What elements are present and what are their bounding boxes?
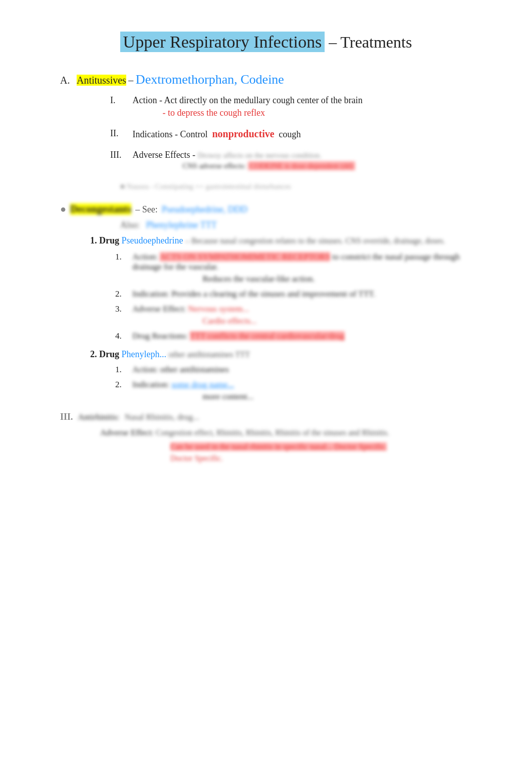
section-c-label: Antirhinitis: [78,412,120,422]
indications-text: Indications - Control [133,129,208,139]
sub-item-3-content: Adverse Effect: Nervous system... Cardio… [132,304,256,326]
sub-item-4-label: Drug Reactions: [132,331,190,341]
adverse-blurred-1: Drowsy affects on the nervous condition. [198,151,322,159]
sub-item-4-red: TTT conflicts the central cardiovascular… [190,331,344,341]
title-highlight: Upper Respiratory Infections [120,32,325,52]
section-a-dash: – [128,75,133,86]
sub2-item-2-label: Indication: [132,380,171,389]
cough-reflex-text: - to depress the cough reflex [163,108,363,118]
adverse-blurred-2: CNS adverse effects: CODEINE is dose-dep… [183,162,355,170]
section-c-header: III. Antirhinitis: Nasal Rhinitis, drug.… [60,412,492,422]
sub2-item-2-indent: more content... [202,392,253,402]
sub2-item-2-num: 2. [115,380,130,390]
roman-ii-label: II. [110,128,130,139]
sub2-item-2-blue: some drug name... [171,380,234,389]
section-b-drug2: Also: Phenylephrine TTT [120,220,492,230]
section-b-drug1-name: Pseudoephedrine [122,235,183,245]
section-b-see: – See: [135,204,158,215]
section-b-sub1-label: 1. Drug [90,235,119,245]
section-b-bullet: ● [60,203,66,215]
action-line-1: Action - Act directly on the medullary c… [133,95,363,106]
section-b-sub1-desc: – Because nasal congestion relates to th… [185,236,445,245]
page-title: Upper Respiratory Infections – Treatment… [40,30,492,54]
section-b-drug2-fullname: Phenyleph... [122,349,167,359]
sub-item-4: 4. Drug Reactions: TTT conflicts the cen… [115,331,492,341]
roman-i-content: Action - Act directly on the medullary c… [133,95,363,118]
sub-item-3-red: Nervous system... [188,304,249,314]
adverse-sub-bullet: ■ Nausea - Constipating ++ gastrointesti… [120,181,492,191]
sub2-item-2-content: Indication: some drug name... more conte… [132,380,253,402]
section-b: ● Decongestants – See: Pseudoephedrine, … [60,203,492,402]
section-c-adverse: Adverse Effect: Congestion effect, Rhini… [100,427,492,463]
section-c-adverse-label: Adverse Effect: [100,428,156,437]
section-b-drug2-name: Phenylephrine TTT [146,220,217,230]
sub-item-1-content: Action: ACTS ON SYMPATHOMIMETIC RECEPTOR… [132,252,483,284]
sub-item-1: 1. Action: ACTS ON SYMPATHOMIMETIC RECEP… [115,252,492,284]
section-b-sub2-label: 2. Drug [90,349,119,359]
sub-item-1-num: 1. [115,252,130,262]
roman-iii-content: Adverse Effects - Drowsy affects on the … [133,150,355,171]
section-b-also: Also: [120,220,140,230]
sub2-item-1-num: 1. [115,365,130,375]
roman-iii-section: III. Adverse Effects - Drowsy affects on… [110,150,492,171]
section-a-label: A. [60,75,70,86]
drugs-label: Dextromethorphan, Codeine [136,72,284,87]
section-c-desc: Nasal Rhinitis, drug... [125,412,199,422]
decongestants-label: Decongestants [70,203,131,215]
sub-item-3-indent: Cardio effects... [202,316,256,326]
sub-item-1-red: ACTS ON SYMPATHOMIMETIC RECEPTORS [160,252,331,262]
sub-item-4-content: Drug Reactions: TTT conflicts the centra… [132,331,344,341]
section-b-sub1: 1. Drug Pseudoephedrine – Because nasal … [90,235,492,246]
section-c-bullet: III. [60,412,73,422]
roman-i-label: I. [110,95,130,106]
section-c-red-text: Can be used in the nasal rhinitis in spe… [170,442,387,451]
sub-item-3: 3. Adverse Effect: Nervous system... Car… [115,304,492,326]
sub-item-1-indent: Reduces the vascular-like action. [202,274,483,284]
section-c: III. Antirhinitis: Nasal Rhinitis, drug.… [60,412,492,463]
adverse-effects-label: Adverse Effects - [133,150,198,160]
cough-text: cough [279,129,301,139]
sub-item-2: 2. Indication: Provides a clearing of th… [115,289,492,299]
sub-item-4-num: 4. [115,331,130,341]
section-c-red-block: Can be used in the nasal rhinitis in spe… [170,442,492,463]
section-c-adverse-desc: Congestion effect, Rhinitis, Rhinitis, R… [156,428,389,437]
sub-item-2-num: 2. [115,289,130,299]
antitussives-label: Antitussives [77,75,126,86]
sub-item-1-action: Action: [132,252,159,262]
section-a: A. Antitussives – Dextromethorphan, Code… [60,72,492,191]
sub-item-2-content: Indication: Provides a clearing of the s… [132,289,375,299]
sub-item-3-num: 3. [115,304,130,314]
section-b-header: ● Decongestants – See: Pseudoephedrine, … [60,203,492,215]
sub2-item-2: 2. Indication: some drug name... more co… [115,380,492,402]
section-b-sub2: 2. Drug Phenyleph... other antihistamine… [90,349,492,360]
nonproductive-text: nonproductive [212,128,274,139]
sub2-item-1-content: Action: other antihistamines [132,365,229,375]
section-a-header: A. Antitussives – Dextromethorphan, Code… [60,72,492,87]
roman-iii-label: III. [110,150,130,160]
roman-ii-section: II. Indications - Control nonproductive … [110,128,492,140]
sub-item-3-label: Adverse Effect: [132,304,188,314]
sub2-item-1: 1. Action: other antihistamines [115,365,492,375]
adverse-sub-blurred: ■ Nausea - Constipating ++ gastrointesti… [120,182,291,190]
section-b-sub2-desc: other antihistamines TTT [169,350,250,359]
section-b-drug1: Pseudoephedrine, DDD [162,204,247,215]
roman-i-section: I. Action - Act directly on the medullar… [110,95,492,118]
title-dash: – Treatments [329,33,412,51]
roman-ii-content: Indications - Control nonproductive coug… [133,128,301,140]
section-c-red-sub: Doctor Specific. [170,454,492,463]
